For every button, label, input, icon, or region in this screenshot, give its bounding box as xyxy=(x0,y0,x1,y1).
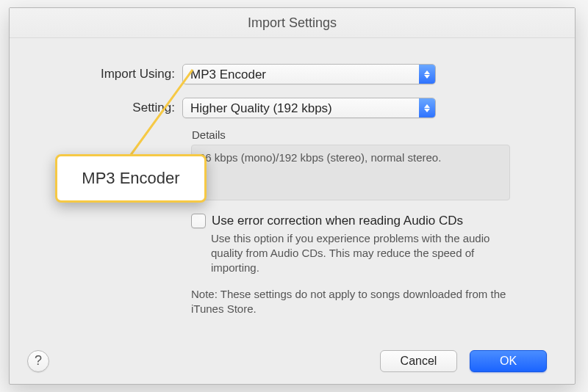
import-using-row: Import Using: MP3 Encoder xyxy=(10,64,436,84)
window-title: Import Settings xyxy=(10,8,575,38)
note-text: Note: These settings do not apply to son… xyxy=(191,287,507,316)
ok-button[interactable]: OK xyxy=(470,350,547,372)
setting-value: Higher Quality (192 kbps) xyxy=(190,101,332,115)
error-correction-help: Use this option if you experience proble… xyxy=(211,231,505,275)
help-button[interactable]: ? xyxy=(27,350,49,372)
setting-row: Setting: Higher Quality (192 kbps) xyxy=(10,98,436,118)
callout-box: MP3 Encoder xyxy=(55,154,207,203)
chevrons-updown-icon xyxy=(419,98,435,117)
setting-label: Setting: xyxy=(10,101,182,115)
error-correction-checkbox[interactable] xyxy=(191,214,206,228)
import-using-select[interactable]: MP3 Encoder xyxy=(182,64,436,84)
error-correction-row: Use error correction when reading Audio … xyxy=(191,214,529,228)
details-box: 96 kbps (mono)/192 kbps (stereo), normal… xyxy=(191,145,510,200)
import-using-value: MP3 Encoder xyxy=(190,68,266,81)
cancel-button[interactable]: Cancel xyxy=(380,350,457,372)
chevrons-updown-icon xyxy=(419,65,435,84)
import-using-label: Import Using: xyxy=(10,67,182,81)
error-correction-label[interactable]: Use error correction when reading Audio … xyxy=(212,214,463,228)
callout-text: MP3 Encoder xyxy=(82,169,179,188)
setting-select[interactable]: Higher Quality (192 kbps) xyxy=(182,98,436,118)
details-text: 96 kbps (mono)/192 kbps (stereo), normal… xyxy=(199,151,441,164)
details-heading: Details xyxy=(192,128,226,141)
